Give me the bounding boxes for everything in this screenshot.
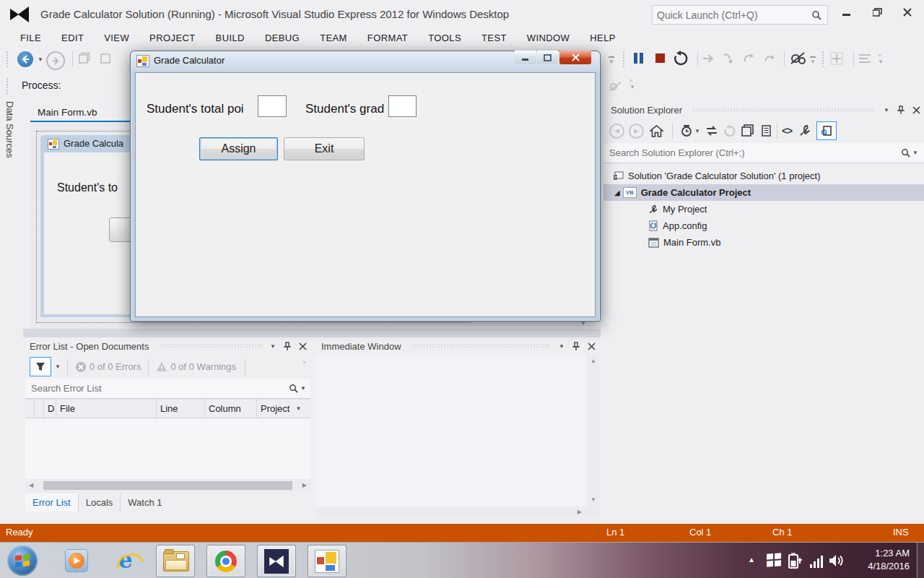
menu-test[interactable]: TEST (471, 30, 517, 46)
start-button[interactable] (7, 545, 38, 576)
close-icon[interactable] (588, 342, 596, 350)
battery-tray-icon[interactable] (787, 552, 803, 569)
sync-with-active-document-icon[interactable] (705, 125, 718, 137)
col-severity[interactable] (25, 400, 35, 418)
home-icon[interactable] (650, 125, 663, 137)
menu-format[interactable]: FORMAT (357, 30, 418, 46)
restore-button[interactable] (865, 3, 889, 22)
navigate-forward-button[interactable] (46, 51, 65, 70)
error-list-body[interactable] (25, 418, 310, 479)
pin-icon[interactable] (283, 342, 292, 351)
tab-watch-1[interactable]: Watch 1 (121, 493, 169, 512)
pin-icon[interactable] (897, 105, 905, 115)
menu-build[interactable]: BUILD (206, 30, 255, 46)
show-hidden-icons-button[interactable]: ▲ (748, 556, 755, 564)
immediate-hscrollbar[interactable]: ▶ (315, 506, 599, 518)
menu-tools[interactable]: TOOLS (418, 30, 471, 46)
taskbar-file-explorer[interactable] (156, 545, 195, 577)
show-desktop-button[interactable] (917, 543, 924, 578)
data-sources-side-tab[interactable]: Data Sources (4, 101, 22, 181)
menu-help[interactable]: HELP (580, 30, 626, 46)
menu-edit[interactable]: EDIT (51, 30, 94, 46)
immediate-window-body[interactable]: ▲ ▼ (315, 355, 599, 506)
immediate-window-header[interactable]: Immediate Window ▼ (315, 337, 599, 355)
taskbar-chrome[interactable] (206, 545, 245, 577)
taskbar-internet-explorer[interactable]: e (108, 545, 146, 576)
panel-drag-area[interactable] (411, 344, 552, 348)
search-dropdown[interactable]: ▼ (300, 385, 306, 392)
scrollbar-thumb[interactable] (43, 481, 292, 490)
tab-locals[interactable]: Locals (79, 493, 121, 512)
col-project[interactable]: Project▼ (257, 400, 309, 418)
tree-item-project-selected[interactable]: ◢ VB Grade Calculator Project (603, 184, 924, 201)
filter-button[interactable] (30, 357, 51, 376)
navigate-back-button[interactable] (17, 51, 33, 67)
close-icon[interactable] (299, 342, 307, 350)
pin-icon[interactable] (572, 342, 580, 351)
view-code-icon[interactable]: <> (782, 125, 792, 137)
scroll-right-arrow[interactable]: ▶ (578, 509, 582, 515)
show-all-files-icon[interactable] (761, 124, 772, 137)
immediate-vscrollbar[interactable]: ▲ ▼ (587, 355, 599, 506)
menu-view[interactable]: VIEW (94, 30, 139, 46)
document-tab-main-form[interactable]: Main Form.vb (30, 104, 105, 121)
error-list-search-box[interactable]: ▼ (25, 379, 310, 399)
stop-debug-button[interactable] (655, 53, 665, 63)
toolbar-options-chevron[interactable]: »▼ (878, 52, 884, 65)
taskbar-media-player[interactable]: ▶ (58, 545, 95, 576)
window-position-dropdown[interactable]: ▼ (270, 343, 276, 350)
navigate-back-dropdown[interactable]: ▼ (38, 56, 43, 63)
panel-drag-area[interactable] (159, 344, 262, 348)
solution-explorer-search-input[interactable] (603, 147, 901, 158)
properties-wrench-icon[interactable] (798, 124, 811, 137)
error-list-search-input[interactable] (25, 383, 289, 394)
preview-selected-items-button[interactable] (816, 121, 837, 140)
tree-item-main-form[interactable]: Main Form.vb (603, 234, 924, 251)
pending-changes-filter-icon[interactable] (680, 124, 693, 137)
dialog-close-button[interactable] (559, 51, 591, 64)
quick-launch-box[interactable] (652, 5, 828, 25)
toolbar-overflow-dropdown[interactable]: ▼ (609, 56, 614, 65)
menu-team[interactable]: TEAM (310, 30, 357, 46)
forward-button[interactable]: ▶ (629, 124, 644, 139)
dialog-minimize-button[interactable] (515, 51, 536, 64)
exit-button[interactable]: Exit (284, 137, 365, 160)
taskbar-grade-calculator-app[interactable] (308, 545, 346, 577)
scroll-up-arrow[interactable]: ▲ (590, 358, 596, 364)
grade-textbox[interactable] (388, 95, 417, 117)
get-windows-10-tray-icon[interactable] (767, 553, 781, 567)
quick-launch-input[interactable] (653, 9, 811, 21)
solution-explorer-header[interactable]: Solution Explorer ▼ (603, 101, 924, 118)
col-column[interactable]: Column (205, 400, 257, 418)
tree-item-my-project[interactable]: My Project (603, 201, 924, 217)
menu-window[interactable]: WINDOW (517, 30, 580, 46)
tree-item-solution[interactable]: Solution 'Grade Calculator Solution' (1 … (603, 168, 924, 184)
points-textbox[interactable] (258, 95, 287, 117)
menu-debug[interactable]: DEBUG (255, 30, 310, 46)
col-line[interactable]: Line (157, 400, 205, 418)
window-position-dropdown[interactable]: ▼ (559, 343, 565, 350)
close-icon[interactable] (912, 106, 920, 114)
filter-dropdown[interactable]: ▼ (694, 128, 700, 134)
taskbar-visual-studio[interactable] (257, 545, 296, 577)
tab-error-list[interactable]: Error List (25, 493, 79, 512)
filter-dropdown[interactable]: ▼ (55, 363, 61, 370)
close-button[interactable] (895, 3, 920, 22)
scroll-left-arrow[interactable]: ◀ (29, 483, 33, 488)
menu-file[interactable]: FILE (10, 30, 51, 46)
expander-icon[interactable]: ◢ (614, 189, 620, 197)
pause-debug-button[interactable] (634, 53, 643, 64)
window-position-dropdown[interactable]: ▼ (884, 107, 889, 113)
volume-tray-icon[interactable] (829, 553, 846, 568)
solution-explorer-search-box[interactable]: ▼ (603, 143, 924, 163)
network-signal-tray-icon[interactable] (810, 556, 823, 568)
error-list-hscrollbar[interactable]: ◀ ▶ (25, 479, 310, 492)
collapse-all-icon[interactable] (741, 124, 755, 137)
assign-button[interactable]: Assign (199, 137, 278, 160)
col-description[interactable]: D (44, 400, 56, 418)
col-category[interactable] (35, 400, 44, 418)
scroll-right-arrow[interactable]: ▶ (302, 483, 307, 488)
dialog-maximize-button[interactable] (537, 51, 558, 64)
errors-count[interactable]: 0 of 0 Errors (90, 361, 141, 372)
toolbar-options-chevron[interactable]: »▼ (629, 77, 635, 90)
